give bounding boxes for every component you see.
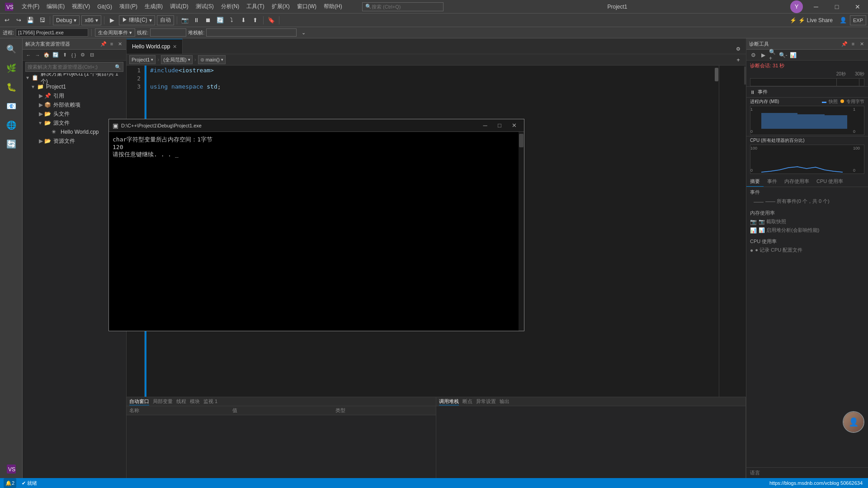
console-minimize[interactable]: ─ <box>479 121 491 131</box>
diag-tab-summary[interactable]: 摘要 <box>746 177 764 187</box>
toolbar-save-all[interactable]: 🖫 <box>37 15 47 25</box>
add-watch[interactable]: + <box>733 55 743 65</box>
sol-code[interactable]: { } <box>70 51 78 59</box>
menu-edit[interactable]: 编辑(E) <box>43 0 68 14</box>
status-ready[interactable]: ✔ 就绪 <box>20 478 39 488</box>
diag-tab-cpu[interactable]: CPU 使用率 <box>813 177 847 187</box>
bookmark-button[interactable]: 🔖 <box>266 15 276 25</box>
sol-pin-button[interactable]: 📌 <box>100 40 107 47</box>
live-share-button[interactable]: ⚡ ⚡ Live Share <box>786 15 836 25</box>
console-close[interactable]: ✕ <box>508 121 520 131</box>
menu-project[interactable]: 项目(P) <box>116 0 141 14</box>
console-scrollbar[interactable] <box>519 132 524 331</box>
tree-external-deps[interactable]: ▶ 📦 外部依赖项 <box>23 100 126 109</box>
events-all-item[interactable]: —— —— 所有事件(0 个，共 0 个) <box>750 197 864 206</box>
tab-threads[interactable]: 线程 <box>176 398 186 405</box>
stack-nav[interactable]: ⌄ <box>298 28 308 38</box>
function-selector[interactable]: ⊛ main() ▾ <box>198 55 226 64</box>
pause-button[interactable]: ⏸ <box>750 89 755 95</box>
sidebar-debug[interactable]: 🐛 <box>2 78 20 96</box>
tab-watch1[interactable]: 监视 1 <box>203 398 217 405</box>
tab-helloworld-close[interactable]: ✕ <box>173 44 177 50</box>
heap-analysis-action[interactable]: 📊 📊 启用堆分析(会影响性能) <box>750 226 864 235</box>
sol-refresh[interactable]: 🔄 <box>52 51 60 59</box>
menu-tools[interactable]: 工具(T) <box>243 0 268 14</box>
snapshot-action[interactable]: 📷 📷 截取快照 <box>750 217 864 226</box>
tab-exception-settings[interactable]: 异常设置 <box>476 398 496 405</box>
menu-file[interactable]: 文件(F) <box>18 0 43 14</box>
thread-dropdown[interactable] <box>150 28 186 37</box>
tab-auto-window[interactable]: 自动窗口 <box>129 398 149 405</box>
solution-root[interactable]: ▾ 📋 解决方案'Project1'(1 个项目/共 1 个) <box>23 73 126 82</box>
cpu-record-action[interactable]: ● ● 记录 CPU 配置文件 <box>750 246 864 254</box>
sidebar-edge[interactable]: 🌐 <box>2 116 20 134</box>
lifecycle-dropdown[interactable]: 生命周期事件 ▾ <box>95 28 135 37</box>
menu-test[interactable]: 测试(S) <box>192 0 217 14</box>
sol-menu-button[interactable]: ≡ <box>108 40 115 47</box>
sol-home[interactable]: 🏠 <box>42 51 51 59</box>
menu-help[interactable]: 帮助(H) <box>320 0 346 14</box>
sol-settings[interactable]: ⚙ <box>79 51 87 59</box>
editor-scrollbar[interactable] <box>714 66 719 397</box>
menu-debug[interactable]: 调试(D) <box>166 0 192 14</box>
status-url[interactable]: https://blogs.msdnb.com/vcblog 50662634 <box>768 478 864 488</box>
diag-close-button[interactable]: ✕ <box>858 40 865 47</box>
global-search-input[interactable] <box>372 4 440 9</box>
sidebar-vs[interactable]: VS <box>2 460 20 478</box>
platform-dropdown[interactable]: x86▾ <box>81 15 101 25</box>
diag-zoom-out-btn[interactable]: 🔍- <box>779 51 787 59</box>
editor-scrollbar-thumb[interactable] <box>715 68 718 81</box>
step-over[interactable]: ⤵ <box>227 15 237 25</box>
toolbar-undo[interactable]: ↩ <box>2 15 12 25</box>
sidebar-search[interactable]: 🔍 <box>2 40 20 58</box>
tree-references[interactable]: ▶ 📌 引用 <box>23 91 126 100</box>
step-out[interactable]: ⬆ <box>250 15 260 25</box>
diag-zoom-in-btn[interactable]: 🔍+ <box>769 51 777 59</box>
sol-forward[interactable]: → <box>33 51 42 59</box>
continue-dropdown[interactable]: ▶ 继续(C)▾ <box>119 15 155 25</box>
maximize-button[interactable]: □ <box>826 0 847 14</box>
tab-output[interactable]: 输出 <box>500 398 509 405</box>
diag-menu-button[interactable]: ≡ <box>849 40 857 47</box>
menu-build[interactable]: 生成(B) <box>141 0 166 14</box>
process-input[interactable] <box>16 28 88 37</box>
tab-breakpoints[interactable]: 断点 <box>462 398 472 405</box>
sidebar-extensions[interactable]: 📧 <box>2 97 20 115</box>
pause-button[interactable]: ⏸ <box>192 15 202 25</box>
menu-view[interactable]: 视图(V) <box>68 0 94 14</box>
tree-headers[interactable]: ▶ 📂 头文件 <box>23 109 126 118</box>
close-button[interactable]: ✕ <box>847 0 868 14</box>
menu-analyze[interactable]: 分析(N) <box>217 0 243 14</box>
sidebar-git[interactable]: 🔄 <box>2 135 20 153</box>
console-maximize[interactable]: □ <box>493 121 506 131</box>
step-into[interactable]: ⬇ <box>239 15 249 25</box>
continue-button[interactable]: ▶ <box>107 15 117 25</box>
diag-tab-memory[interactable]: 内存使用率 <box>781 177 813 187</box>
solution-search-input[interactable] <box>28 64 115 70</box>
stop-button[interactable]: ⏹ <box>203 15 213 25</box>
sidebar-explorer[interactable]: 🌿 <box>2 59 20 77</box>
screenshot-button[interactable]: 📷 <box>180 15 190 25</box>
toolbar-redo[interactable]: ↪ <box>14 15 24 25</box>
tab-callstack[interactable]: 调用堆栈 <box>439 398 459 405</box>
sol-filter[interactable]: ⊟ <box>88 51 96 59</box>
project-selector[interactable]: Project1 ▾ <box>129 55 156 64</box>
tab-helloworld[interactable]: Hello World.cpp ✕ <box>127 39 183 54</box>
console-scrollbar-thumb[interactable] <box>519 134 524 147</box>
exp-button[interactable]: EXP <box>850 15 866 25</box>
stackframe-dropdown[interactable] <box>206 28 297 37</box>
debug-mode-dropdown[interactable]: Debug▾ <box>53 15 80 25</box>
auto-dropdown[interactable]: 自动 <box>157 15 174 25</box>
editor-settings[interactable]: ⚙ <box>733 44 743 54</box>
sol-back[interactable]: ← <box>24 51 33 59</box>
menu-extensions[interactable]: 扩展(X) <box>268 0 293 14</box>
minimize-button[interactable]: ─ <box>806 0 826 14</box>
diag-settings-btn[interactable]: ⚙ <box>749 51 757 59</box>
tab-modules[interactable]: 模块 <box>190 398 200 405</box>
menu-git[interactable]: Git(G) <box>94 0 116 14</box>
sol-close-button[interactable]: ✕ <box>116 40 123 47</box>
tab-locals[interactable]: 局部变量 <box>153 398 173 405</box>
toolbar-save[interactable]: 💾 <box>25 15 35 25</box>
user-icon[interactable]: 👤 <box>838 15 848 25</box>
diag-pin-button[interactable]: 📌 <box>841 40 848 47</box>
